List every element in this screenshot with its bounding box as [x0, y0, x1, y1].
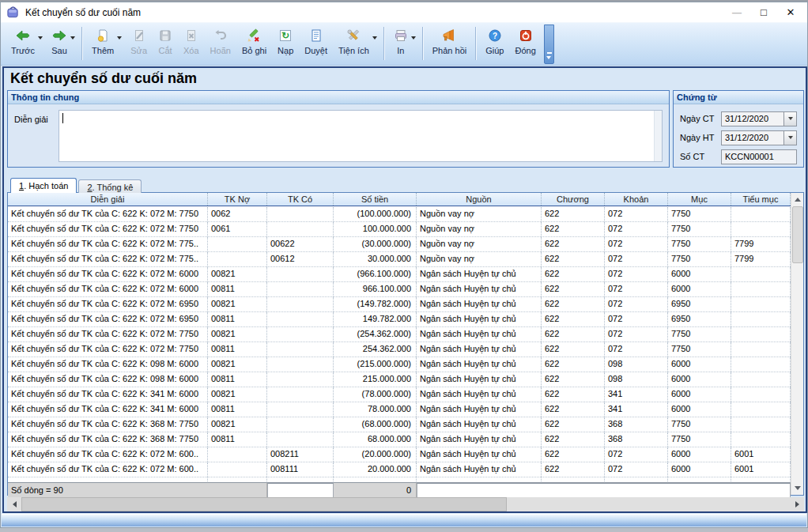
- cell[interactable]: 072: [605, 252, 668, 266]
- toolbar-button-sua[interactable]: Sửa: [125, 25, 153, 64]
- cell[interactable]: [267, 312, 334, 326]
- table-row[interactable]: Kết chuyển số dư TK của C: 622 K: 341 M:…: [8, 387, 791, 402]
- cell[interactable]: 6950: [668, 297, 731, 311]
- cell[interactable]: Ngân sách Huyện tự chủ: [417, 267, 542, 281]
- cell[interactable]: Kết chuyển số dư TK của C: 622 K: 072 M:…: [8, 312, 208, 326]
- cell[interactable]: [267, 387, 334, 402]
- table-row[interactable]: Kết chuyển số dư TK của C: 622 K: 098 M:…: [8, 357, 791, 372]
- cell[interactable]: 072: [605, 462, 668, 477]
- horizontal-scrollbar[interactable]: [7, 497, 804, 511]
- minimize-button[interactable]: —: [723, 2, 750, 22]
- cell[interactable]: 622: [542, 297, 605, 311]
- cell[interactable]: Nguồn vay nợ: [417, 222, 542, 236]
- cell[interactable]: 622: [542, 342, 605, 357]
- cell[interactable]: [731, 372, 791, 387]
- cell[interactable]: 100.000.000: [334, 222, 417, 236]
- cell[interactable]: Kết chuyển số dư TK của C: 622 K: 072 M:…: [8, 342, 208, 357]
- cell[interactable]: 7750: [668, 327, 731, 341]
- dropdown-caret-icon[interactable]: [38, 36, 43, 40]
- cell[interactable]: Kết chuyển số dư TK của C: 622 K: 072 M:…: [8, 222, 208, 236]
- toolbar-button-bo-ghi[interactable]: Bỏ ghi: [236, 25, 272, 64]
- column-header-6[interactable]: Chương: [542, 193, 605, 206]
- table-row[interactable]: Kết chuyển số dư TK của C: 622 K: 072 M:…: [8, 267, 791, 282]
- vertical-scroll-thumb[interactable]: [792, 206, 803, 263]
- cell[interactable]: 7750: [668, 237, 731, 251]
- cell[interactable]: 072: [605, 447, 668, 462]
- cell[interactable]: Kết chuyển số dư TK của C: 622 K: 098 M:…: [8, 372, 208, 387]
- post-date-combo[interactable]: 31/12/2020: [721, 130, 797, 145]
- column-header-9[interactable]: Tiểu mục: [731, 193, 791, 206]
- post-date-value[interactable]: 31/12/2020: [721, 130, 783, 145]
- cell[interactable]: [267, 342, 334, 357]
- cell[interactable]: 622: [542, 372, 605, 387]
- cell[interactable]: (966.100.000): [334, 267, 417, 281]
- cell[interactable]: Ngân sách Huyện tự chủ: [417, 297, 542, 311]
- horizontal-scroll-thumb[interactable]: [21, 497, 507, 511]
- cell[interactable]: 622: [542, 267, 605, 281]
- cell[interactable]: 30.000.000: [334, 252, 417, 266]
- description-textarea[interactable]: [59, 110, 663, 162]
- cell[interactable]: 6000: [668, 447, 731, 462]
- table-row[interactable]: Kết chuyển số dư TK của C: 622 K: 072 M:…: [8, 237, 791, 252]
- cell[interactable]: Kết chuyển số dư TK của C: 622 K: 072 M:…: [8, 207, 208, 221]
- cell[interactable]: 622: [542, 237, 605, 251]
- cell[interactable]: [731, 357, 791, 372]
- scroll-up-icon[interactable]: [791, 193, 804, 206]
- dropdown-caret-icon[interactable]: [70, 36, 75, 40]
- cell[interactable]: [267, 357, 334, 372]
- cell[interactable]: 6950: [668, 312, 731, 326]
- cell[interactable]: [731, 402, 791, 417]
- toolbar-button-xoa[interactable]: Xóa: [178, 25, 205, 64]
- table-row[interactable]: Kết chuyển số dư TK của C: 622 K: 072 M:…: [8, 297, 791, 312]
- cell[interactable]: 622: [542, 222, 605, 236]
- cell[interactable]: (254.362.000): [334, 327, 417, 341]
- cell[interactable]: Ngân sách Huyện tự chủ: [417, 417, 542, 432]
- cell[interactable]: Ngân sách Huyện tự chủ: [417, 402, 542, 417]
- cell[interactable]: [208, 462, 267, 477]
- toolbar-button-dong[interactable]: Đóng: [509, 25, 541, 64]
- cell[interactable]: 7750: [668, 417, 731, 432]
- toolbar-button-them[interactable]: Thêm: [86, 25, 125, 64]
- cell[interactable]: 622: [542, 207, 605, 221]
- cell[interactable]: 072: [605, 222, 668, 236]
- table-row[interactable]: Kết chuyển số dư TK của C: 622 K: 072 M:…: [8, 222, 791, 237]
- cell[interactable]: 7750: [668, 252, 731, 266]
- doc-date-combo[interactable]: 31/12/2020: [721, 111, 797, 126]
- scroll-left-icon[interactable]: [7, 497, 21, 511]
- cell[interactable]: 098: [605, 372, 668, 387]
- cell[interactable]: 072: [605, 267, 668, 281]
- cell[interactable]: Kết chuyển số dư TK của C: 622 K: 072 M:…: [8, 237, 208, 251]
- cell[interactable]: Kết chuyển số dư TK của C: 622 K: 341 M:…: [8, 402, 208, 417]
- cell[interactable]: 622: [542, 282, 605, 296]
- cell[interactable]: Nguồn vay nợ: [417, 237, 542, 251]
- cell[interactable]: [267, 282, 334, 296]
- cell[interactable]: 6000: [668, 402, 731, 417]
- cell[interactable]: 68.000.000: [334, 432, 417, 447]
- cell[interactable]: 072: [605, 282, 668, 296]
- cell[interactable]: 00811: [208, 312, 267, 326]
- cell[interactable]: [731, 312, 791, 326]
- cell[interactable]: 072: [605, 342, 668, 357]
- cell[interactable]: 20.000.000: [334, 462, 417, 477]
- cell[interactable]: [731, 282, 791, 296]
- table-row[interactable]: Kết chuyển số dư TK của C: 622 K: 098 M:…: [8, 372, 791, 387]
- title-bar[interactable]: Kết chuyển số dư cuối năm — □ ✕: [1, 2, 807, 22]
- table-row[interactable]: Kết chuyển số dư TK của C: 622 K: 072 M:…: [8, 342, 791, 357]
- cell[interactable]: [731, 207, 791, 221]
- cell[interactable]: Kết chuyển số dư TK của C: 622 K: 098 M:…: [8, 357, 208, 372]
- table-row[interactable]: Kết chuyển số dư TK của C: 622 K: 072 M:…: [8, 207, 791, 222]
- maximize-button[interactable]: □: [750, 2, 777, 22]
- cell[interactable]: 00612: [267, 252, 334, 266]
- cell[interactable]: (68.000.000): [334, 417, 417, 432]
- cell[interactable]: 368: [605, 417, 668, 432]
- cell[interactable]: Kết chuyển số dư TK của C: 622 K: 072 M:…: [8, 282, 208, 296]
- cell[interactable]: 00811: [208, 372, 267, 387]
- cell[interactable]: [731, 387, 791, 402]
- cell[interactable]: Ngân sách Huyện tự chủ: [417, 357, 542, 372]
- cell[interactable]: [267, 207, 334, 221]
- cell[interactable]: 368: [605, 432, 668, 447]
- textarea-scrollbar[interactable]: [654, 111, 662, 161]
- cell[interactable]: [731, 297, 791, 311]
- toolbar-button-sau[interactable]: Sau: [46, 25, 78, 64]
- table-row[interactable]: Kết chuyển số dư TK của C: 622 K: 368 M:…: [8, 417, 791, 432]
